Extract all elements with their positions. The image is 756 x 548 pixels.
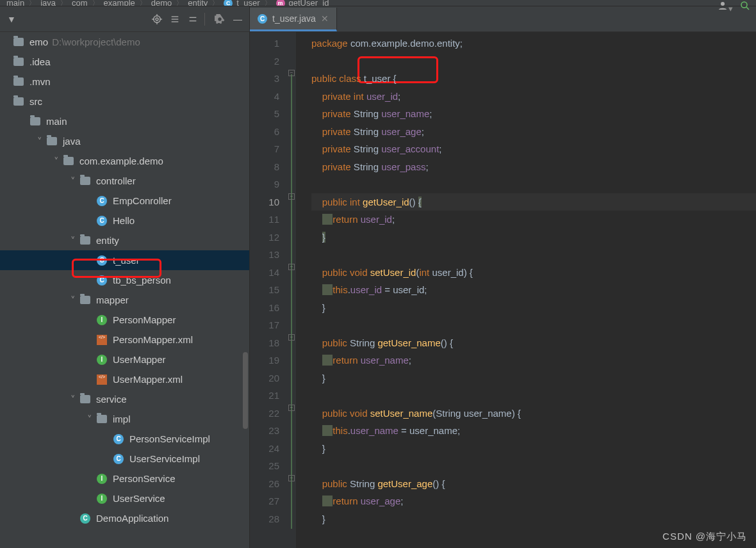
user-icon[interactable]: ▾ xyxy=(717,0,733,6)
gear-icon[interactable] xyxy=(213,13,226,26)
crumb-com[interactable]: com xyxy=(72,0,88,6)
tree-item-personmapper-xml[interactable]: PersonMapper.xml xyxy=(0,330,249,350)
fold-strip[interactable]: −−−−−− xyxy=(287,32,296,548)
code-line[interactable]: } xyxy=(311,369,756,387)
crumb-demo[interactable]: demo xyxy=(151,0,172,6)
tree-item-mapper[interactable]: ˅mapper xyxy=(0,290,249,310)
minimize-icon[interactable]: — xyxy=(231,13,244,26)
code-line[interactable]: return user_id; xyxy=(311,211,756,229)
tree-label: UserService xyxy=(113,493,165,504)
folder-icon xyxy=(96,414,108,425)
tree-label: tb_bs_person xyxy=(113,275,171,286)
code-line[interactable]: this.user_id = user_id; xyxy=(311,281,756,299)
code-line[interactable]: } xyxy=(311,299,756,317)
fold-toggle[interactable]: − xyxy=(288,334,295,341)
fold-toggle[interactable]: − xyxy=(288,475,295,481)
crumb-class[interactable]: t_user xyxy=(236,0,259,6)
code-line[interactable]: private String user_name; xyxy=(311,105,756,123)
crumb-main[interactable]: main xyxy=(6,0,24,6)
xml-icon xyxy=(96,374,108,385)
tree-item-hello[interactable]: CHello xyxy=(0,211,249,230)
tree-item-usermapper-xml[interactable]: UserMapper.xml xyxy=(0,369,249,389)
fold-toggle[interactable]: − xyxy=(288,70,295,76)
tab-t-user[interactable]: C t_user.java ✕ xyxy=(250,8,337,31)
tree-item-src[interactable]: src xyxy=(0,92,249,111)
tree-label: UserServiceImpl xyxy=(129,453,200,464)
code-line[interactable]: public class t_user { xyxy=(311,70,756,88)
code-line[interactable] xyxy=(311,52,756,70)
code-line[interactable] xyxy=(311,316,756,334)
tree-label: mapper xyxy=(96,294,129,305)
chevron-icon[interactable]: ˅ xyxy=(86,414,94,425)
chevron-icon[interactable]: ˅ xyxy=(69,235,77,246)
code-line[interactable]: public int getUser_id() { xyxy=(311,193,756,211)
code-line[interactable]: private String user_age; xyxy=(311,123,756,141)
line-number: 25 xyxy=(252,457,279,475)
code-line[interactable] xyxy=(311,246,756,264)
chevron-icon[interactable]: ˅ xyxy=(36,136,44,147)
code-editor[interactable]: 1234567891011121314151617181920212223242… xyxy=(250,32,756,548)
code-line[interactable]: } xyxy=(311,229,756,246)
tree-item-java[interactable]: ˅java xyxy=(0,131,249,151)
code-line[interactable]: } xyxy=(311,510,756,528)
tree-item-com-example-demo[interactable]: ˅com.example.demo xyxy=(0,151,249,171)
search-icon[interactable] xyxy=(739,0,751,6)
crumb-entity[interactable]: entity xyxy=(188,0,208,6)
code-line[interactable] xyxy=(311,457,756,475)
tree-item-empconroller[interactable]: CEmpConroller xyxy=(0,191,249,211)
tree-item-entity[interactable]: ˅entity xyxy=(0,230,249,250)
code-line[interactable]: public void setUser_name(String user_nam… xyxy=(311,405,756,423)
tree-item-demoapplication[interactable]: CDemoApplication xyxy=(0,508,249,528)
crumb-example[interactable]: example xyxy=(104,0,135,6)
close-icon[interactable]: ✕ xyxy=(321,13,329,24)
chevron-icon[interactable]: ˅ xyxy=(69,294,77,306)
code-content[interactable]: package com.example.demo.entity; public … xyxy=(296,32,756,548)
code-line[interactable] xyxy=(311,387,756,405)
code-line[interactable]: private int user_id; xyxy=(311,88,756,106)
code-line[interactable]: } xyxy=(311,440,756,458)
chevron-icon[interactable]: ˅ xyxy=(53,156,60,167)
tree-item-personservice[interactable]: IPersonService xyxy=(0,469,249,488)
fold-toggle[interactable]: − xyxy=(288,264,295,270)
dropdown-icon[interactable]: ▼ xyxy=(5,13,18,26)
chevron-icon[interactable]: ˅ xyxy=(69,175,77,187)
target-icon[interactable] xyxy=(151,13,163,26)
chevron-icon[interactable]: ˅ xyxy=(69,394,77,405)
expand-icon[interactable] xyxy=(168,13,181,26)
tree-item-main[interactable]: main xyxy=(0,111,249,131)
project-sidebar: ▼ — emo D:\workproject\demo.idea.mvnsrcm… xyxy=(0,6,250,548)
tree-item-impl[interactable]: ˅impl xyxy=(0,409,249,429)
code-line[interactable]: private String user_pass; xyxy=(311,158,756,176)
code-line[interactable]: this.user_name = user_name; xyxy=(311,422,756,440)
code-line[interactable]: package com.example.demo.entity; xyxy=(311,35,756,52)
line-number: 26 xyxy=(252,475,279,493)
project-tree[interactable]: emo D:\workproject\demo.idea.mvnsrcmain˅… xyxy=(0,32,249,548)
tree-item-userserviceimpl[interactable]: CUserServiceImpl xyxy=(0,449,249,469)
tree-item-personmapper[interactable]: IPersonMapper xyxy=(0,310,249,330)
code-line[interactable] xyxy=(311,175,756,193)
fold-toggle[interactable]: − xyxy=(288,405,295,411)
code-line[interactable]: return user_name; xyxy=(311,351,756,369)
tree-item-tb-bs-person[interactable]: Ctb_bs_person xyxy=(0,270,249,290)
code-line[interactable]: return user_age; xyxy=(311,492,756,510)
tree-item-t-user[interactable]: Ct_user xyxy=(0,250,249,270)
tree-item-personserviceimpl[interactable]: CPersonServiceImpl xyxy=(0,429,249,449)
code-line[interactable]: public void setUser_id(int user_id) { xyxy=(311,264,756,282)
code-line[interactable]: public String getUser_name() { xyxy=(311,334,756,352)
tree-item--mvn[interactable]: .mvn xyxy=(0,72,249,92)
code-line[interactable]: private String user_account; xyxy=(311,140,756,158)
interface-icon: I xyxy=(96,354,108,366)
tree-item-service[interactable]: ˅service xyxy=(0,389,249,409)
scrollbar-thumb[interactable] xyxy=(243,352,248,429)
crumb-method[interactable]: getUser_id xyxy=(289,0,329,6)
tree-item-usermapper[interactable]: IUserMapper xyxy=(0,350,249,369)
crumb-java[interactable]: java xyxy=(40,0,56,6)
code-line[interactable]: public String getUser_age() { xyxy=(311,475,756,493)
line-number: 21 xyxy=(252,387,279,405)
tree-item-emo[interactable]: emo D:\workproject\demo xyxy=(0,32,249,52)
collapse-icon[interactable] xyxy=(186,13,199,26)
fold-toggle[interactable]: − xyxy=(288,193,295,200)
tree-item--idea[interactable]: .idea xyxy=(0,52,249,72)
tree-item-userservice[interactable]: IUserService xyxy=(0,488,249,508)
tree-item-controller[interactable]: ˅controller xyxy=(0,171,249,191)
